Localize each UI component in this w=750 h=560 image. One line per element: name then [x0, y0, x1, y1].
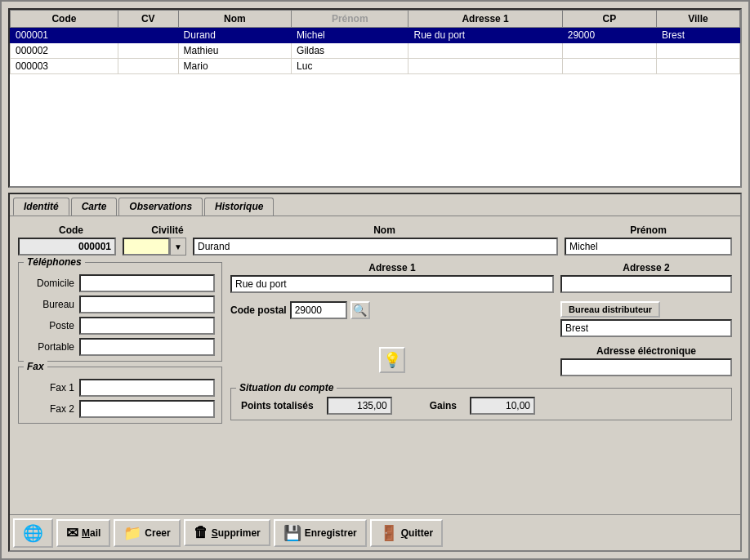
cell-cp: 29000 [562, 28, 656, 43]
cell-code: 000001 [11, 28, 118, 43]
portable-input[interactable] [79, 338, 215, 356]
situation-group: Situation du compte Points totalisés Gai… [230, 388, 732, 420]
fax2-input[interactable] [79, 400, 215, 418]
mail-label: Mail [82, 527, 100, 539]
poste-label: Poste [25, 320, 74, 331]
enregistrer-icon: 💾 [283, 524, 301, 542]
mail-icon: ✉ [66, 524, 78, 542]
tab-identite-label: Identité [24, 201, 59, 212]
civilite-input[interactable] [123, 238, 170, 256]
ville-input[interactable] [560, 319, 732, 337]
gains-input [470, 397, 535, 415]
supprimer-label: Supprimer [212, 527, 261, 539]
tab-observations[interactable]: Observations [118, 198, 203, 216]
fax1-label: Fax 1 [25, 382, 74, 393]
adresse2-input[interactable] [560, 275, 732, 293]
telephones-group-title: Téléphones [24, 256, 85, 268]
cell-prenom: Michel [292, 28, 408, 43]
cell-cv [118, 28, 178, 43]
code-input[interactable] [18, 238, 116, 256]
bulb-icon: 💡 [383, 351, 401, 369]
cp-input[interactable] [290, 301, 347, 319]
cell-nom: Mathieu [178, 43, 291, 59]
label-code: Code [59, 224, 83, 236]
tab-bar: Identité Carte Observations Historique [10, 194, 740, 216]
quitter-icon: 🚪 [380, 524, 398, 542]
cell-ville: Brest [656, 28, 739, 43]
enregistrer-label: Enregistrer [305, 527, 357, 539]
tab-carte[interactable]: Carte [71, 198, 118, 216]
fax2-label: Fax 2 [25, 403, 74, 415]
cell-code: 000002 [11, 43, 118, 59]
bulb-btn[interactable]: 💡 [379, 347, 405, 373]
col-header-adresse1: Adresse 1 [408, 11, 562, 28]
cp-lookup-btn[interactable]: 🔍 [350, 301, 370, 319]
tab-historique[interactable]: Historique [204, 198, 274, 216]
bureau-distributeur-btn[interactable]: Bureau distributeur [560, 301, 660, 318]
quitter-label: Quitter [401, 527, 433, 539]
cell-nom: Durand [178, 28, 291, 43]
adresse1-label: Adresse 1 [368, 262, 415, 273]
tab-identite[interactable]: Identité [13, 198, 69, 216]
col-header-cp: CP [562, 11, 656, 28]
points-input [327, 397, 392, 415]
cell-code: 000003 [11, 59, 118, 74]
cell-adresse1 [408, 59, 562, 74]
creer-label: Creer [145, 527, 170, 539]
supprimer-icon: 🗑 [194, 524, 208, 541]
fax-group-title: Fax [24, 361, 47, 372]
col-header-ville: Ville [656, 11, 739, 28]
cell-adresse1: Rue du port [408, 28, 562, 43]
telephones-group: Téléphones Domicile Bureau Poste [18, 262, 222, 362]
fax-group: Fax Fax 1 Fax 2 [18, 367, 222, 424]
main-window: Code CV Nom Prénom Adresse 1 CP Ville 00… [0, 0, 750, 560]
table-row[interactable]: 000001DurandMichelRue du port29000Brest [11, 28, 740, 43]
fax1-input[interactable] [79, 379, 215, 397]
mail-btn[interactable]: ✉ Mail [56, 519, 110, 547]
label-civilite: Civilité [151, 224, 183, 236]
bureau-label: Bureau [25, 299, 74, 310]
cell-cp [562, 59, 656, 74]
cell-prenom: Luc [292, 59, 408, 74]
col-header-code: Code [11, 11, 118, 28]
cell-ville [656, 43, 739, 59]
table-row[interactable]: 000002MathieuGildas [11, 43, 740, 59]
nom-input[interactable] [193, 238, 558, 256]
prenom-input[interactable] [565, 238, 732, 256]
col-header-nom: Nom [178, 11, 291, 28]
cell-nom: Mario [178, 59, 291, 74]
points-label: Points totalisés [241, 400, 314, 411]
tab-observations-label: Observations [129, 201, 192, 212]
bureau-tel-input[interactable] [79, 296, 215, 313]
civilite-dropdown-btn[interactable]: ▼ [170, 238, 186, 256]
poste-input[interactable] [79, 317, 215, 335]
cp-label: Code postal [230, 304, 287, 316]
tab-content-identite: Code Civilité Nom Prénom ▼ [10, 216, 740, 514]
cell-cp [562, 43, 656, 59]
creer-btn[interactable]: 📁 Creer [114, 519, 180, 547]
supprimer-btn[interactable]: 🗑 Supprimer [184, 519, 270, 546]
contacts-table: Code CV Nom Prénom Adresse 1 CP Ville 00… [10, 10, 740, 74]
cell-ville [656, 59, 739, 74]
domicile-input[interactable] [79, 274, 215, 292]
creer-icon: 📁 [123, 524, 141, 542]
globe-btn[interactable]: 🌐 [13, 518, 53, 548]
tabs-container: Identité Carte Observations Historique C… [8, 193, 742, 552]
bottom-toolbar: 🌐 ✉ Mail 📁 Creer 🗑 Supprimer 💾 Enregistr… [10, 514, 740, 550]
quitter-btn[interactable]: 🚪 Quitter [370, 519, 443, 547]
domicile-label: Domicile [25, 278, 74, 289]
cell-cv [118, 43, 178, 59]
portable-label: Portable [25, 341, 74, 353]
globe-icon: 🌐 [23, 523, 43, 543]
label-nom: Nom [373, 224, 395, 236]
label-prenom: Prénom [630, 224, 667, 236]
email-input[interactable] [560, 358, 732, 376]
cell-prenom: Gildas [292, 43, 408, 59]
cp-lookup-icon: 🔍 [353, 304, 367, 317]
adresse1-input[interactable] [230, 275, 554, 293]
tab-carte-label: Carte [82, 201, 107, 212]
enregistrer-btn[interactable]: 💾 Enregistrer [274, 519, 367, 547]
cell-adresse1 [408, 43, 562, 59]
contacts-table-container: Code CV Nom Prénom Adresse 1 CP Ville 00… [8, 8, 742, 188]
table-row[interactable]: 000003MarioLuc [11, 59, 740, 74]
